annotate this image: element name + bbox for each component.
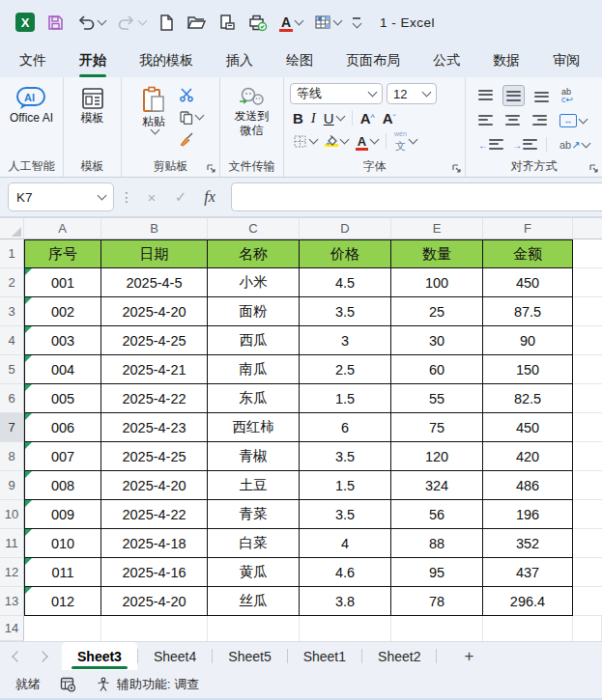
row-header-6[interactable]: 6 — [0, 384, 24, 413]
menu-tab-开始[interactable]: 开始 — [77, 48, 108, 73]
cell-F5[interactable]: 150 — [483, 355, 573, 384]
fill-color-dropdown-icon[interactable] — [340, 135, 350, 145]
cell-partial-2[interactable] — [573, 268, 602, 297]
cell-C8[interactable]: 青椒 — [208, 442, 300, 471]
fill-color-button[interactable] — [322, 131, 351, 151]
cell-C12[interactable]: 黄瓜 — [208, 558, 300, 587]
cell-F12[interactable]: 437 — [483, 558, 573, 587]
cell-C7[interactable]: 西红柿 — [208, 413, 300, 442]
row-header-8[interactable]: 8 — [0, 442, 24, 471]
redo-dropdown-icon[interactable] — [138, 16, 148, 26]
cell-F7[interactable]: 450 — [483, 413, 573, 442]
cell-C6[interactable]: 东瓜 — [208, 384, 300, 413]
select-all-corner[interactable] — [0, 218, 24, 239]
bold-button[interactable]: B — [290, 108, 306, 127]
cell-B12[interactable]: 2025-4-16 — [101, 558, 208, 587]
cell-E14[interactable] — [391, 616, 483, 641]
office-ai-button[interactable]: AI Office AI — [5, 83, 58, 128]
cell-partial-10[interactable] — [573, 500, 602, 529]
add-sheet-button[interactable]: + — [437, 642, 501, 670]
cell-C4[interactable]: 西瓜 — [208, 326, 300, 355]
cell-partial-9[interactable] — [573, 471, 602, 500]
cell-D9[interactable]: 1.5 — [300, 471, 391, 500]
cell-A2[interactable]: 001 — [24, 268, 101, 297]
cut-button[interactable] — [176, 85, 197, 104]
cell-B11[interactable]: 2025-4-18 — [101, 529, 208, 558]
cell-E5[interactable]: 60 — [391, 355, 483, 384]
accessibility-status[interactable]: 辅助功能: 调查 — [96, 676, 199, 693]
cell-D1[interactable]: 价格 — [300, 239, 391, 268]
clipboard-dialog-launcher-icon[interactable] — [207, 164, 216, 174]
macro-record-icon[interactable] — [60, 677, 76, 692]
column-header-E[interactable]: E — [391, 218, 483, 239]
name-box[interactable]: K7 — [8, 182, 114, 211]
font-color-dropdown-icon[interactable] — [295, 16, 304, 26]
qat-overflow-button[interactable] — [347, 9, 366, 36]
cell-A3[interactable]: 002 — [24, 297, 101, 326]
cell-partial-7[interactable] — [573, 413, 602, 442]
cell-B3[interactable]: 2025-4-20 — [101, 297, 208, 326]
decrease-font-button[interactable]: Aˇ — [380, 108, 399, 127]
cell-F1[interactable]: 金额 — [483, 239, 573, 268]
insert-function-button[interactable]: fx — [198, 188, 221, 206]
format-painter-button[interactable] — [176, 129, 197, 149]
cell-A11[interactable]: 010 — [24, 529, 101, 558]
open-file-button[interactable] — [181, 9, 212, 36]
cell-E4[interactable]: 30 — [391, 326, 483, 355]
font-name-select[interactable]: 等线 — [290, 83, 383, 104]
cell-F3[interactable]: 87.5 — [483, 297, 573, 326]
cell-partial-3[interactable] — [573, 297, 602, 326]
row-header-3[interactable]: 3 — [0, 297, 24, 326]
cell-E8[interactable]: 120 — [391, 442, 483, 471]
cell-B13[interactable]: 2025-4-20 — [101, 587, 208, 616]
cell-A7[interactable]: 006 — [24, 413, 101, 442]
cell-E13[interactable]: 78 — [391, 587, 483, 616]
cell-A14[interactable] — [24, 616, 101, 641]
cell-F13[interactable]: 296.4 — [483, 587, 573, 616]
cell-C11[interactable]: 白菜 — [208, 529, 300, 558]
cell-E2[interactable]: 100 — [391, 268, 483, 297]
sheet-tab-Sheet3[interactable]: Sheet3 — [62, 642, 137, 670]
row-header-12[interactable]: 12 — [0, 558, 24, 587]
cell-partial-5[interactable] — [573, 355, 602, 384]
row-header-9[interactable]: 9 — [0, 471, 24, 500]
font-dialog-launcher-icon[interactable] — [452, 164, 462, 174]
orientation-button[interactable]: ab↗ — [557, 135, 592, 154]
ribbon-font-color-button[interactable]: A — [353, 131, 381, 151]
cell-A6[interactable]: 005 — [24, 384, 101, 413]
cell-C5[interactable]: 南瓜 — [208, 355, 300, 384]
cell-F11[interactable]: 352 — [483, 529, 573, 558]
cell-D10[interactable]: 3.5 — [300, 500, 391, 529]
cell-partial-14[interactable] — [573, 616, 602, 641]
borders-dropdown-icon[interactable] — [309, 135, 319, 145]
cell-D4[interactable]: 3 — [300, 326, 391, 355]
merge-center-button[interactable]: ↔ — [557, 111, 589, 130]
cell-A5[interactable]: 004 — [24, 355, 101, 384]
increase-font-button[interactable]: A^ — [358, 108, 378, 127]
phonetic-guide-button[interactable]: wén 文 — [391, 131, 419, 151]
cell-A9[interactable]: 008 — [24, 471, 101, 500]
cell-D7[interactable]: 6 — [300, 413, 391, 442]
row-header-5[interactable]: 5 — [0, 355, 24, 384]
cell-A1[interactable]: 序号 — [24, 239, 101, 268]
cell-F2[interactable]: 450 — [483, 268, 573, 297]
cell-D13[interactable]: 3.8 — [300, 587, 391, 616]
borders-button[interactable] — [290, 131, 320, 151]
cell-C10[interactable]: 青菜 — [208, 500, 300, 529]
cell-C2[interactable]: 小米 — [208, 268, 300, 297]
font-size-select[interactable]: 12 — [387, 83, 437, 104]
redo-button[interactable] — [111, 9, 152, 36]
cell-partial-8[interactable] — [573, 442, 602, 471]
copy-dropdown-icon[interactable] — [195, 111, 205, 121]
sheet-tab-Sheet4[interactable]: Sheet4 — [138, 642, 212, 670]
column-header-D[interactable]: D — [300, 218, 391, 239]
cell-A4[interactable]: 003 — [24, 326, 101, 355]
save-button[interactable] — [41, 9, 71, 36]
cell-B1[interactable]: 日期 — [101, 239, 208, 268]
formula-bar-grip[interactable]: ⋮ — [120, 189, 134, 205]
cell-A8[interactable]: 007 — [24, 442, 101, 471]
quick-print-button[interactable] — [242, 9, 273, 36]
merge-dropdown-icon[interactable] — [579, 115, 588, 125]
cell-F8[interactable]: 420 — [483, 442, 573, 471]
menu-tab-数据[interactable]: 数据 — [491, 48, 522, 73]
